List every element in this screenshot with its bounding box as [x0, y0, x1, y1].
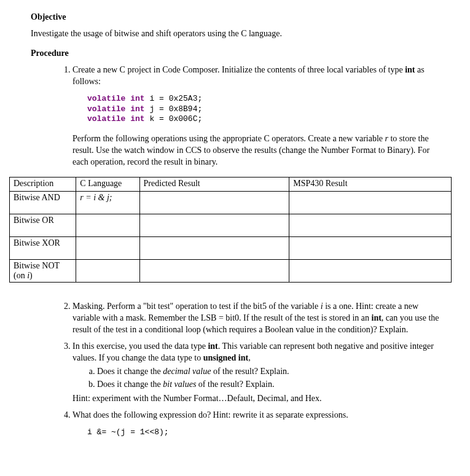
text: Does it change the [97, 380, 163, 389]
table-row: Bitwise XOR [10, 237, 452, 260]
cell-desc: Bitwise XOR [10, 237, 76, 260]
step1-intro-bold: int [405, 65, 415, 74]
operations-table: Description C Language Predicted Result … [9, 177, 452, 283]
hdr-description: Description [10, 178, 76, 192]
text: bit values [163, 380, 196, 389]
step3a: Does it change the decimal value of the … [97, 366, 439, 378]
code-keyword: volatile int [87, 104, 145, 114]
cell-pred [139, 237, 289, 260]
step3b: Does it change the bit values of the res… [97, 379, 439, 391]
step3-hint: Hint: experiment with the Number Format…… [72, 393, 439, 405]
text: , [248, 353, 251, 362]
cell-pred [139, 214, 289, 237]
step-2: Masking. Perform a "bit test" operation … [72, 301, 439, 336]
code-block-1: volatile int i = 0x25A3; volatile int j … [87, 94, 439, 125]
text: of the result? Explain. [211, 367, 289, 376]
text: decimal value [163, 367, 211, 376]
step3-sublist: Does it change the decimal value of the … [72, 366, 439, 391]
cell-desc: Bitwise NOT (on i) [10, 260, 76, 283]
code-text: ; [197, 114, 202, 123]
text: Masking. Perform a "bit test" operation … [72, 302, 321, 311]
cell-lang [76, 260, 139, 283]
code-text: 0x006C [169, 114, 198, 123]
text: & j; [98, 193, 112, 202]
code-text: ; [197, 104, 202, 114]
text: Does it change the [97, 367, 163, 376]
cell-msp [289, 260, 452, 283]
text: r = i [80, 193, 98, 202]
text: ) [29, 271, 33, 280]
step1-intro-a: Create a new C project in Code Composer.… [72, 65, 405, 74]
text: of the result? Explain. [196, 380, 274, 389]
text: int [372, 313, 382, 322]
code-text: ; [197, 94, 202, 103]
table-row: Bitwise NOT (on i) [10, 260, 452, 283]
cell-pred [139, 192, 289, 214]
cell-desc: Bitwise AND [10, 192, 76, 214]
step-4: What does the following expression do? H… [72, 410, 439, 438]
cell-pred [139, 260, 289, 283]
text: What does the following expression do? H… [72, 410, 348, 419]
code-keyword: volatile int [87, 94, 145, 103]
step-3: In this exercise, you used the data type… [72, 341, 439, 405]
code-text: j = [145, 104, 169, 114]
table-row: Bitwise AND r = i & j; [10, 192, 452, 214]
text: Bitwise NOT (on [14, 261, 60, 280]
document-page: Objective Investigate the usage of bitwi… [0, 0, 470, 459]
step1-after: Perform the following operations using t… [72, 133, 439, 168]
code-keyword: volatile int [87, 114, 145, 123]
text: Perform the following operations using t… [72, 134, 385, 143]
procedure-list: Create a new C project in Code Composer.… [31, 64, 439, 168]
procedure-list-cont: Masking. Perform a "bit test" operation … [31, 301, 439, 438]
code-text: k = [145, 114, 169, 123]
hdr-predicted: Predicted Result [139, 178, 289, 192]
heading-procedure: Procedure [31, 49, 439, 58]
cell-msp [289, 192, 452, 214]
text: In this exercise, you used the data type [72, 341, 208, 351]
code-text: i = [145, 94, 169, 103]
objective-paragraph: Investigate the usage of bitwise and shi… [31, 28, 439, 40]
table-header-row: Description C Language Predicted Result … [10, 178, 452, 192]
text: unsigned int [203, 353, 249, 362]
code-block-2: i &= ~(j = 1<<8); [87, 427, 439, 438]
cell-lang [76, 237, 139, 260]
cell-lang: r = i & j; [76, 192, 139, 214]
step-1: Create a new C project in Code Composer.… [72, 64, 439, 168]
cell-lang [76, 214, 139, 237]
code-text: 0x8B94 [169, 104, 198, 114]
hdr-msp430: MSP430 Result [289, 178, 452, 192]
cell-msp [289, 237, 452, 260]
hdr-c-language: C Language [76, 178, 139, 192]
text: int [208, 341, 217, 351]
code-text: 0x25A3 [169, 94, 198, 103]
heading-objective: Objective [31, 12, 439, 22]
cell-desc: Bitwise OR [10, 214, 76, 237]
cell-msp [289, 214, 452, 237]
table-row: Bitwise OR [10, 214, 452, 237]
